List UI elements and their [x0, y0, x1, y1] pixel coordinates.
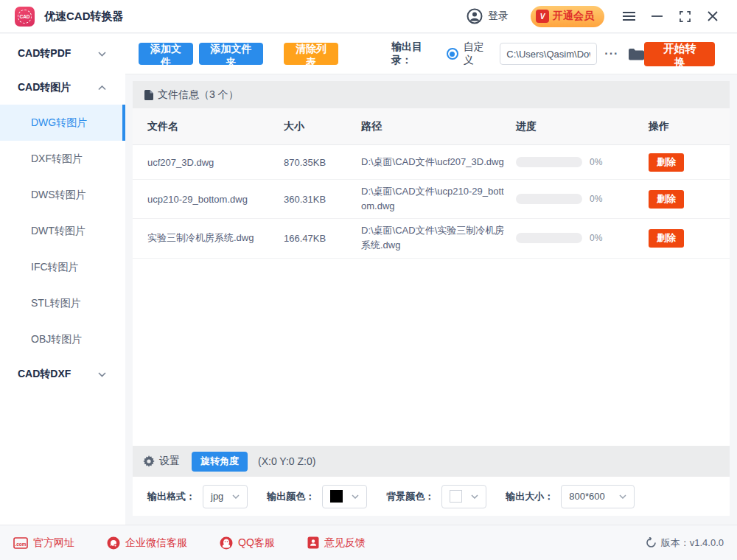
sidebar-item-label: IFC转图片 — [31, 261, 79, 274]
chevron-down-icon — [98, 52, 106, 57]
sidebar-section-cad-to-dxf[interactable]: CAD转DXF — [0, 357, 125, 391]
progress-bar — [516, 233, 582, 243]
column-header-size: 大小 — [284, 120, 361, 133]
wechat-support-label: 企业微信客服 — [125, 536, 187, 550]
file-size: 360.31KB — [284, 194, 361, 205]
user-avatar-icon — [467, 8, 483, 24]
titlebar: CAD 优速CAD转换器 登录 V 开通会员 — [0, 0, 737, 33]
sidebar-item-stl-to-image[interactable]: STL转图片 — [0, 285, 125, 321]
menu-button[interactable] — [615, 1, 643, 31]
column-header-action: 操作 — [649, 120, 715, 133]
chevron-up-icon — [98, 85, 106, 91]
close-button[interactable] — [699, 1, 727, 31]
output-format-select[interactable]: jpg — [203, 485, 248, 508]
file-size: 166.47KB — [284, 233, 361, 244]
format-bar: 输出格式： jpg 输出颜色： 背景颜色： 输出大小： 800*600 — [133, 477, 730, 516]
login-button[interactable]: 登录 — [467, 8, 509, 24]
table-header: 文件名 大小 路径 进度 操作 — [133, 108, 730, 145]
file-path: D:\桌面\CAD文件\ucf207_3D.dwg — [361, 155, 516, 169]
sidebar-item-label: OBJ转图片 — [31, 333, 82, 346]
file-name: ucp210-29_bottom.dwg — [147, 194, 284, 205]
sidebar-item-ifc-to-image[interactable]: IFC转图片 — [0, 249, 125, 285]
version-area: 版本：v1.4.0.0 — [646, 536, 724, 550]
feedback-link[interactable]: 意见反馈 — [307, 536, 366, 550]
official-website-link[interactable]: .com 官方网址 — [13, 536, 74, 550]
login-label: 登录 — [488, 10, 509, 23]
table-row: ucp210-29_bottom.dwg 360.31KB D:\桌面\CAD文… — [133, 180, 730, 219]
bg-color-swatch — [450, 490, 462, 503]
sidebar-item-label: DXF转图片 — [31, 153, 83, 166]
start-convert-button[interactable]: 开始转换 — [644, 42, 715, 66]
rotate-angle-button[interactable]: 旋转角度 — [192, 452, 248, 472]
app-logo-text: CAD — [18, 10, 32, 24]
qq-support-link[interactable]: QQ客服 — [220, 536, 275, 550]
bg-color-label: 背景颜色： — [386, 490, 434, 503]
wechat-support-link[interactable]: 企业微信客服 — [107, 536, 187, 550]
minimize-button[interactable] — [643, 1, 671, 31]
file-panel: 文件信息（3 个） 文件名 大小 路径 进度 操作 ucf207_3D.dwg … — [133, 81, 730, 516]
feedback-label: 意见反馈 — [324, 536, 366, 550]
add-file-button[interactable]: 添加文件 — [139, 43, 193, 65]
progress-cell: 0% — [516, 194, 649, 204]
app-title: 优速CAD转换器 — [44, 10, 124, 24]
output-format-label: 输出格式： — [147, 490, 195, 503]
chevron-down-icon — [98, 372, 106, 377]
clear-list-button[interactable]: 清除列表 — [284, 43, 338, 65]
file-path: D:\桌面\CAD文件\实验三制冷机房系统.dwg — [361, 223, 516, 253]
website-icon: .com — [13, 537, 28, 549]
chevron-down-icon — [471, 494, 478, 499]
progress-bar — [516, 157, 582, 167]
column-header-filename: 文件名 — [147, 120, 284, 133]
file-path: D:\桌面\CAD文件\ucp210-29_bottom.dwg — [361, 184, 516, 214]
sidebar-item-obj-to-image[interactable]: OBJ转图片 — [0, 321, 125, 357]
sidebar-item-dwt-to-image[interactable]: DWT转图片 — [0, 213, 125, 249]
output-color-select[interactable] — [322, 485, 367, 508]
toolbar: 添加文件 添加文件夹 清除列表 输出目录： 自定义 ··· 开始转换 — [125, 34, 737, 74]
settings-bar: 设置 旋转角度 (X:0 Y:0 Z:0) — [133, 446, 730, 477]
browse-more-button[interactable]: ··· — [604, 47, 618, 60]
progress-bar — [516, 194, 582, 204]
official-website-label: 官方网址 — [33, 536, 74, 550]
footer: .com 官方网址 企业微信客服 QQ客服 意见反馈 — [0, 525, 737, 560]
output-color-swatch — [330, 490, 343, 503]
sidebar-item-dws-to-image[interactable]: DWS转图片 — [0, 177, 125, 213]
file-name: ucf207_3D.dwg — [147, 157, 284, 168]
progress-cell: 0% — [516, 233, 649, 243]
output-format-value: jpg — [211, 491, 223, 502]
feedback-icon — [307, 536, 319, 549]
custom-dir-radio[interactable] — [447, 48, 458, 60]
column-header-path: 路径 — [361, 119, 516, 135]
sidebar-section-label: CAD转DXF — [18, 368, 71, 381]
file-info-label: 文件信息（3 个） — [158, 88, 239, 102]
output-path-input[interactable] — [500, 43, 597, 65]
rotation-values: (X:0 Y:0 Z:0) — [258, 455, 315, 467]
sidebar-section-cad-to-pdf[interactable]: CAD转PDF — [0, 37, 125, 71]
sidebar-section-cad-to-image[interactable]: CAD转图片 — [0, 71, 125, 105]
delete-button[interactable]: 删除 — [649, 153, 684, 172]
open-folder-button[interactable] — [629, 48, 644, 60]
file-size: 870.35KB — [284, 157, 361, 168]
sidebar-item-label: STL转图片 — [31, 297, 81, 310]
output-dir-label: 输出目录： — [391, 41, 438, 67]
maximize-button[interactable] — [671, 1, 699, 31]
table-row: 实验三制冷机房系统.dwg 166.47KB D:\桌面\CAD文件\实验三制冷… — [133, 219, 730, 258]
bg-color-select[interactable] — [441, 485, 486, 508]
action-cell: 删除 — [649, 190, 715, 209]
progress-value: 0% — [590, 194, 602, 204]
sidebar-item-dwg-to-image[interactable]: DWG转图片 — [0, 105, 125, 141]
gear-icon — [143, 455, 155, 467]
sidebar-item-dxf-to-image[interactable]: DXF转图片 — [0, 141, 125, 177]
delete-button[interactable]: 删除 — [649, 190, 684, 209]
delete-button[interactable]: 删除 — [649, 229, 684, 248]
document-icon — [144, 90, 153, 100]
action-cell: 删除 — [649, 153, 715, 172]
progress-cell: 0% — [516, 157, 649, 167]
folder-icon — [629, 48, 644, 60]
sidebar-item-label: DWT转图片 — [31, 225, 85, 238]
sidebar-item-label: DWG转图片 — [31, 116, 87, 130]
sidebar-item-label: DWS转图片 — [31, 189, 86, 202]
output-size-select[interactable]: 800*600 — [561, 485, 635, 508]
column-header-progress: 进度 — [516, 120, 649, 133]
open-vip-button[interactable]: V 开通会员 — [531, 6, 604, 27]
add-folder-button[interactable]: 添加文件夹 — [199, 43, 263, 65]
